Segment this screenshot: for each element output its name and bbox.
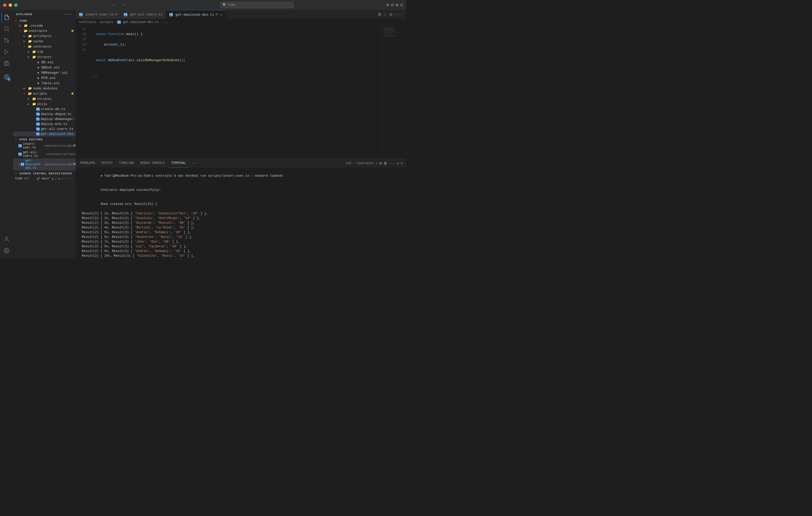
more-actions-icon[interactable]: ··· bbox=[394, 12, 404, 18]
open-editor-insert[interactable]: TS insert-user.ts contracts/scripts M bbox=[13, 142, 76, 150]
activity-settings[interactable] bbox=[1, 245, 12, 256]
explorer-more-icon[interactable]: ··· bbox=[64, 12, 72, 17]
tab-get-deployed-dbs[interactable]: TS get-deployed-dbs.ts M ✕ bbox=[166, 10, 227, 19]
scm-refresh-icon[interactable]: ↻ bbox=[58, 177, 60, 180]
activity-search[interactable] bbox=[1, 24, 12, 34]
tree-item-contracts[interactable]: ▾ 📂 contracts bbox=[13, 28, 76, 33]
tree-item-mtb-sol[interactable]: ▶ ◆ MTB.sol bbox=[13, 75, 76, 81]
terminal-shell-label: zsh - contracts bbox=[346, 161, 374, 165]
scm-check-icon[interactable]: ✓ bbox=[55, 177, 57, 180]
term-result-10: Result(2) [ 10n, Result(3) [ 'Valentino'… bbox=[78, 253, 404, 258]
scm-sync-icon[interactable]: ↻ bbox=[52, 177, 54, 180]
panel-more-icon[interactable]: ··· bbox=[190, 161, 200, 165]
panel-tab-timeline[interactable]: TIMELINE bbox=[116, 159, 137, 168]
close-button[interactable] bbox=[3, 3, 6, 7]
code-content: async function main() { account_1); awai… bbox=[88, 25, 382, 159]
scm-up-icon[interactable]: ↑ bbox=[65, 177, 67, 180]
tree-item-artifacts[interactable]: ▶ 📁 artifacts bbox=[13, 33, 76, 39]
oe-getdeployed-close-icon[interactable]: ✕ bbox=[18, 162, 20, 166]
file-tree: ▾ TUBE ▶ 📁 .vscode ▾ 📂 contracts ▶ 📁 art… bbox=[13, 19, 76, 136]
layout-icon-3[interactable]: ⊠ bbox=[396, 2, 399, 7]
minimize-button[interactable] bbox=[9, 3, 12, 7]
tree-item-get-deployed-dbs[interactable]: ▶ TS get-deployed-dbs.ts M bbox=[13, 131, 76, 136]
search-icon: 🔍 bbox=[223, 3, 227, 7]
code-editor[interactable]: 12 18 19 20 21 async function main() { a… bbox=[76, 25, 406, 159]
tree-item-node-modules[interactable]: ▶ 📁 node_modules bbox=[13, 86, 76, 91]
layout-icon-2[interactable]: ⊟ bbox=[391, 2, 394, 7]
activity-extensions[interactable] bbox=[1, 58, 12, 68]
tree-item-db-sol[interactable]: ▶ ◆ DB.sol bbox=[13, 60, 76, 65]
tree-item-cache[interactable]: ▶ 📁 cache bbox=[13, 39, 76, 44]
oe-insert-ts-icon: TS bbox=[18, 144, 22, 148]
tree-item-dbmanager-sol[interactable]: ▶ ◆ DBManager.sol bbox=[13, 70, 76, 75]
open-editor-getdeployed[interactable]: ✕ TS get-deployed-dbs.ts contracts/scrip… bbox=[13, 158, 76, 171]
tree-item-dbgod-sol[interactable]: ▶ ◆ DBGod.sol bbox=[13, 65, 76, 70]
terminal-more-icon[interactable]: ··· bbox=[389, 161, 395, 165]
tab-get-all-users[interactable]: TS get-all-users.ts bbox=[121, 10, 166, 19]
utils-arrow: ▶ bbox=[28, 102, 32, 105]
tree-item-scripts[interactable]: ▾ 📂 scripts bbox=[13, 91, 76, 96]
oe-insert-modified: M bbox=[74, 144, 76, 148]
activity-bottom bbox=[1, 234, 12, 258]
tab-getdeployed-close[interactable]: ✕ bbox=[219, 12, 224, 17]
structs-folder-icon: 📁 bbox=[32, 55, 36, 59]
tree-item-deploy-dbmanager[interactable]: ▶ TS deploy-dbmanager.ts bbox=[13, 117, 76, 122]
breadcrumb-scripts[interactable]: scripts bbox=[100, 20, 113, 24]
layout-icon-1[interactable]: ⊞ bbox=[386, 2, 389, 7]
layout-icon-4[interactable]: ⊡ bbox=[400, 2, 403, 7]
maximize-panel-icon[interactable]: ∧ bbox=[397, 161, 399, 165]
oe-getdeployed-modified: M bbox=[74, 162, 76, 166]
panel-tab-debug[interactable]: DEBUG CONSOLE bbox=[137, 159, 168, 168]
forward-button[interactable]: → bbox=[120, 2, 127, 8]
search-bar[interactable]: 🔍 tube bbox=[220, 2, 293, 8]
open-editors-header[interactable]: ▾ OPEN EDITORS bbox=[13, 138, 76, 142]
tree-item-table-sol[interactable]: ▶ ◆ Table.sol bbox=[13, 81, 76, 86]
activity-remote[interactable]: 1 bbox=[1, 72, 12, 82]
open-editor-getall[interactable]: TS get-all-users.ts contracts/scripts bbox=[13, 150, 76, 158]
tree-root[interactable]: ▾ TUBE bbox=[13, 19, 76, 23]
split-editor-icon[interactable]: ⧉ bbox=[377, 11, 382, 18]
tree-item-utils[interactable]: ▶ 📁 utils bbox=[13, 101, 76, 107]
breadcrumb-contracts[interactable]: contracts bbox=[79, 20, 96, 24]
tab-bar-actions: ⧉ ↓ ⊟ ··· bbox=[375, 11, 406, 18]
panel-tab-output[interactable]: OUTPUT bbox=[98, 159, 116, 168]
activity-explorer[interactable] bbox=[1, 12, 12, 23]
tree-item-structs[interactable]: ▶ 📁 structs bbox=[13, 54, 76, 60]
scm-more-icon[interactable]: ··· bbox=[68, 177, 74, 180]
delete-terminal-icon[interactable]: 🗑 bbox=[383, 161, 387, 165]
tree-item-contracts2[interactable]: ▾ 📂 contracts bbox=[13, 44, 76, 49]
panel-tab-problems[interactable]: PROBLEMS bbox=[77, 159, 98, 168]
terminal-body[interactable]: ● fabri@MacBook-Pro-di-Fabri contracts %… bbox=[76, 168, 406, 258]
download-icon[interactable]: ↓ bbox=[383, 12, 388, 18]
tree-item-vscode[interactable]: ▶ 📁 .vscode bbox=[13, 23, 76, 28]
scm-repo-tube[interactable]: tube Git main* ↻ ✓ ↻ ↓ ↑ ··· bbox=[13, 176, 76, 181]
panel-tab-terminal[interactable]: TERMINAL bbox=[168, 159, 190, 168]
term-output-1: Contracts deployed successfully! bbox=[100, 188, 161, 192]
oe-insert-label: insert-user.ts bbox=[22, 142, 42, 150]
tree-item-deploy-dbgod[interactable]: ▶ TS deploy-dbgod.ts bbox=[13, 112, 76, 117]
back-button[interactable]: ← bbox=[110, 2, 118, 8]
editor-area: TS insert-user.ts M TS get-all-users.ts … bbox=[76, 10, 406, 258]
scripts-label: scripts bbox=[33, 92, 71, 96]
close-panel-icon[interactable]: ✕ bbox=[401, 161, 403, 165]
add-terminal-icon[interactable]: + bbox=[376, 161, 378, 165]
layout-toggle-icon[interactable]: ⊟ bbox=[389, 11, 394, 18]
breadcrumb-file[interactable]: get-deployed-dbs.ts bbox=[122, 20, 159, 24]
debug-label: DEBUG CONSOLE bbox=[140, 161, 165, 165]
breadcrumb-ellipsis[interactable]: ... bbox=[163, 20, 169, 24]
maximize-button[interactable] bbox=[14, 3, 18, 7]
tab-insert-user[interactable]: TS insert-user.ts M bbox=[76, 10, 121, 19]
split-terminal-icon[interactable]: ⧉ bbox=[379, 161, 382, 165]
tree-item-create-db[interactable]: ▶ TS create-db.ts bbox=[13, 107, 76, 112]
activity-git[interactable] bbox=[1, 35, 12, 45]
scm-down-icon[interactable]: ↓ bbox=[62, 177, 64, 180]
activity-account[interactable] bbox=[1, 234, 12, 244]
activity-debug[interactable] bbox=[1, 47, 12, 57]
root-label: TUBE bbox=[19, 19, 76, 23]
minimap: async function main() { const [account_1… bbox=[382, 25, 406, 159]
scm-header[interactable]: ▾ SOURCE CONTROL REPOSITORIES bbox=[13, 172, 76, 176]
tree-item-deploy-mtb[interactable]: ▶ TS deploy-mtb.ts bbox=[13, 122, 76, 126]
tree-item-structs2[interactable]: ▶ 📁 structs bbox=[13, 96, 76, 101]
tree-item-lib[interactable]: ▶ 📁 lib bbox=[13, 49, 76, 54]
tree-item-get-all-users[interactable]: ▶ TS get-all-users.ts bbox=[13, 126, 76, 131]
